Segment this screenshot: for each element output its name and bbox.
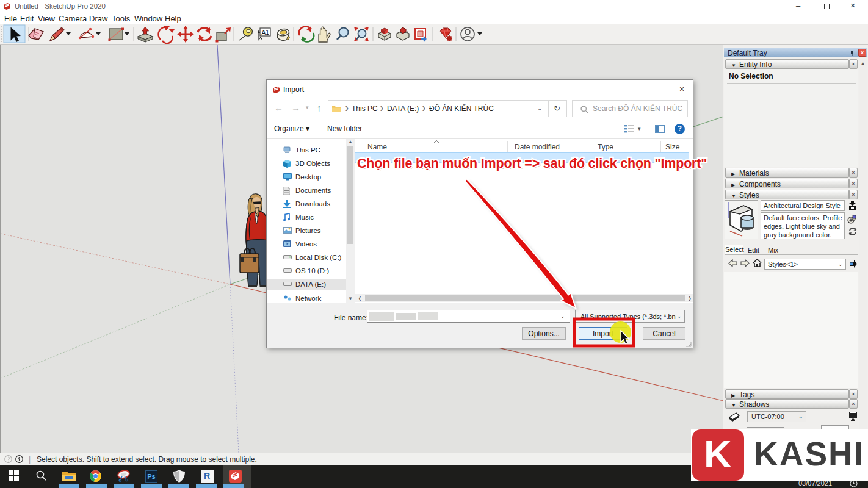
svg-text:A1: A1	[262, 29, 270, 36]
